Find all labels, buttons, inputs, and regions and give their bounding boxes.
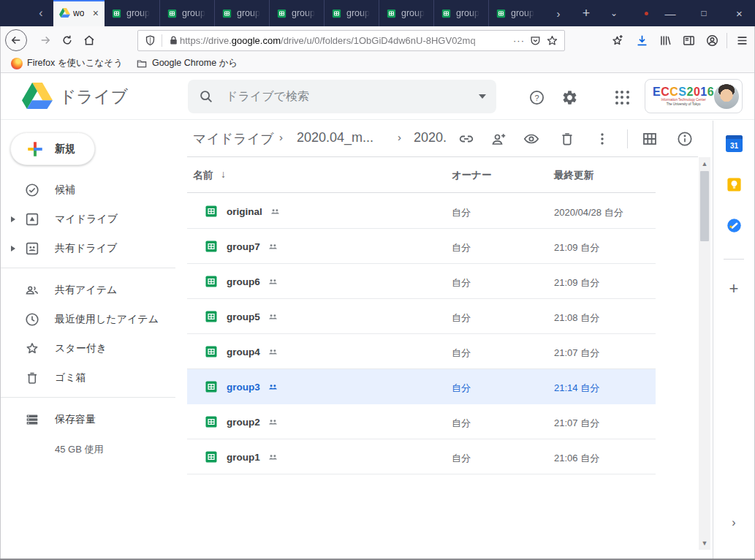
url-text[interactable]: https://drive.google.com/drive/u/0/folde… [180, 35, 509, 46]
sheets-file-icon [204, 204, 219, 219]
bookmark-star-icon[interactable] [546, 34, 558, 47]
google-apps-grid-button[interactable] [612, 88, 631, 107]
column-header-name[interactable]: 名前 [193, 169, 213, 182]
library-button[interactable] [654, 30, 676, 51]
tracking-protection-shield-icon[interactable] [144, 34, 156, 47]
browser-tab-group-3[interactable]: group [214, 0, 269, 26]
bookmarks-menu-button[interactable] [606, 30, 628, 51]
account-button[interactable] [701, 30, 723, 51]
plus-multicolor-icon [26, 140, 45, 159]
avatar[interactable] [714, 84, 739, 109]
file-row-group1[interactable]: group1自分21:06 自分 [187, 439, 656, 474]
browser-tab-group-7[interactable]: group [433, 0, 488, 26]
content-scrollbar[interactable]: ▲ ▼ [699, 157, 710, 550]
file-row-group6[interactable]: group6自分21:09 自分 [187, 264, 656, 299]
forward-button[interactable] [34, 29, 56, 51]
browser-tab-group-8[interactable]: group [488, 0, 543, 26]
app-title[interactable]: ドライブ [59, 86, 128, 108]
more-actions-button[interactable] [593, 130, 611, 148]
share-person-add-button[interactable] [490, 130, 507, 148]
downloads-button[interactable] [631, 30, 653, 51]
account-badge[interactable]: ECCS2016 Information Technology Center T… [645, 79, 743, 113]
tab-scroll-left-button[interactable]: ‹ [31, 0, 51, 26]
sidebars-button[interactable] [678, 30, 699, 51]
expand-caret-icon[interactable] [11, 216, 15, 222]
hamburger-menu-button[interactable] [731, 30, 753, 51]
shared-people-icon [267, 311, 279, 323]
apps-grid-icon [615, 91, 629, 105]
search-options-caret-icon[interactable] [479, 94, 486, 99]
active-tab[interactable]: wo × [53, 0, 105, 26]
sheets-icon [276, 8, 287, 19]
tab-close-icon[interactable]: × [93, 7, 99, 19]
new-tab-button[interactable]: + [574, 0, 598, 26]
pocket-icon[interactable] [529, 34, 542, 47]
sidebar-item-storage[interactable]: 保存容量 [0, 405, 183, 434]
breadcrumb-my-drive[interactable]: マイドライブ [193, 130, 274, 148]
scrollbar-up-arrow[interactable]: ▲ [699, 158, 710, 170]
file-row-group4[interactable]: group4自分21:07 自分 [187, 334, 656, 369]
keep-app-icon[interactable] [726, 176, 743, 193]
reload-button[interactable] [56, 29, 78, 51]
grid-view-button[interactable] [641, 130, 659, 148]
browser-tab-group-5[interactable]: group [324, 0, 379, 26]
browser-tab-group-6[interactable]: group [379, 0, 433, 26]
help-button[interactable]: ? [527, 88, 546, 107]
expand-caret-icon[interactable] [11, 246, 15, 251]
sidebar-item-shared-drive[interactable]: 共有ドライブ [0, 234, 183, 263]
collapse-panel-chevron[interactable]: › [724, 514, 744, 531]
add-app-button[interactable]: + [725, 280, 743, 298]
breadcrumb-folder-1[interactable]: 2020.04_m... [297, 130, 373, 145]
preview-eye-button[interactable] [523, 130, 540, 148]
sidebar-item-star[interactable]: スター付き [0, 334, 183, 363]
drive-search-box[interactable] [188, 80, 496, 113]
url-bar[interactable]: https://drive.google.com/drive/u/0/folde… [137, 30, 565, 51]
star-icon [24, 341, 40, 357]
drive-logo-icon[interactable] [22, 83, 53, 110]
tasks-app-icon[interactable] [726, 217, 743, 234]
window-close-button[interactable]: × [724, 0, 755, 26]
bookmark-folder-chrome[interactable]: Google Chrome から [136, 57, 238, 69]
calendar-app-icon[interactable]: 31 [726, 135, 743, 152]
file-owner: 自分 [452, 311, 471, 325]
scrollbar-thumb[interactable] [700, 171, 709, 241]
back-button[interactable] [5, 29, 27, 51]
file-row-original[interactable]: original自分2020/04/28 自分 [187, 194, 656, 229]
drive-sidebar: 候補マイドライブ共有ドライブ共有アイテム最近使用したアイテムスター付きゴミ箱保存… [0, 175, 183, 456]
bookmark-firefox-tips[interactable]: Firefox を使いこなそう [11, 57, 123, 69]
settings-gear-button[interactable] [560, 88, 579, 107]
drive-icon [59, 8, 70, 19]
delete-trash-button[interactable] [558, 130, 576, 148]
lock-icon[interactable] [167, 34, 180, 47]
tab-bar: ‹ wo × groupgroupgroupgroupgroupgroupgro… [0, 0, 755, 26]
window-maximize-button[interactable]: □ [691, 0, 716, 26]
file-row-group5[interactable]: group5自分21:08 自分 [187, 299, 656, 334]
home-button[interactable] [78, 29, 100, 51]
search-input[interactable] [226, 90, 473, 103]
panel-divider [724, 259, 744, 260]
sort-arrow-icon[interactable]: ↓ [221, 168, 226, 180]
breadcrumb-folder-2[interactable]: 2020. [414, 130, 447, 145]
sidebar-item-trash[interactable]: ゴミ箱 [0, 363, 183, 393]
sidebar-item-my-drive[interactable]: マイドライブ [0, 205, 183, 234]
info-button[interactable] [676, 130, 694, 148]
browser-tab-group-4[interactable]: group [269, 0, 324, 26]
get-link-button[interactable] [458, 130, 475, 148]
sidebar-item-clock[interactable]: 最近使用したアイテム [0, 305, 183, 334]
list-tabs-button[interactable]: ⌄ [602, 0, 626, 26]
file-row-group3[interactable]: group3自分21:14 自分 [187, 369, 656, 404]
new-button[interactable]: 新規 [10, 132, 95, 165]
scrollbar-down-arrow[interactable]: ▼ [699, 537, 710, 549]
browser-tab-group-1[interactable]: group [105, 0, 159, 26]
tab-label: group [401, 8, 425, 18]
sidebar-item-check-circle[interactable]: 候補 [0, 175, 183, 205]
page-actions-icon[interactable]: ··· [513, 35, 525, 46]
file-row-group7[interactable]: group7自分21:09 自分 [187, 229, 656, 264]
sidebar-item-label: 保存容量 [55, 413, 96, 426]
sidebar-item-people[interactable]: 共有アイテム [0, 276, 183, 305]
file-row-group2[interactable]: group2自分21:07 自分 [187, 404, 656, 439]
tab-scroll-right-button[interactable]: › [547, 0, 570, 26]
window-minimize-button[interactable]: — [658, 0, 683, 26]
browser-tab-group-2[interactable]: group [159, 0, 214, 26]
toolbar-divider [726, 33, 727, 48]
